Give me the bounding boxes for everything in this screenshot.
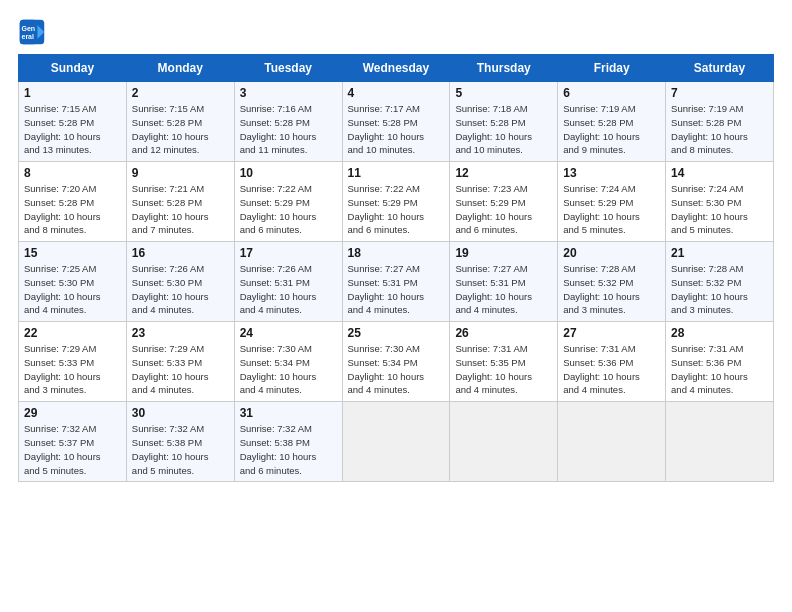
day-number: 16 (132, 246, 229, 260)
svg-text:Gen: Gen (22, 25, 36, 32)
calendar-cell: 29Sunrise: 7:32 AMSunset: 5:37 PMDayligh… (19, 402, 127, 482)
day-info: Sunrise: 7:15 AMSunset: 5:28 PMDaylight:… (132, 102, 229, 157)
day-number: 11 (348, 166, 445, 180)
calendar-cell: 21Sunrise: 7:28 AMSunset: 5:32 PMDayligh… (666, 242, 774, 322)
day-number: 1 (24, 86, 121, 100)
calendar-cell (450, 402, 558, 482)
day-info: Sunrise: 7:32 AMSunset: 5:38 PMDaylight:… (240, 422, 337, 477)
calendar-cell: 7Sunrise: 7:19 AMSunset: 5:28 PMDaylight… (666, 82, 774, 162)
day-info: Sunrise: 7:26 AMSunset: 5:31 PMDaylight:… (240, 262, 337, 317)
day-info: Sunrise: 7:32 AMSunset: 5:37 PMDaylight:… (24, 422, 121, 477)
day-number: 13 (563, 166, 660, 180)
svg-text:eral: eral (22, 33, 35, 40)
day-info: Sunrise: 7:24 AMSunset: 5:30 PMDaylight:… (671, 182, 768, 237)
day-number: 27 (563, 326, 660, 340)
day-info: Sunrise: 7:29 AMSunset: 5:33 PMDaylight:… (24, 342, 121, 397)
day-number: 12 (455, 166, 552, 180)
calendar-cell: 22Sunrise: 7:29 AMSunset: 5:33 PMDayligh… (19, 322, 127, 402)
day-info: Sunrise: 7:17 AMSunset: 5:28 PMDaylight:… (348, 102, 445, 157)
day-number: 29 (24, 406, 121, 420)
day-number: 8 (24, 166, 121, 180)
day-number: 5 (455, 86, 552, 100)
calendar-cell (342, 402, 450, 482)
logo-icon: Gen eral (18, 18, 46, 46)
calendar-cell: 1Sunrise: 7:15 AMSunset: 5:28 PMDaylight… (19, 82, 127, 162)
calendar-cell: 6Sunrise: 7:19 AMSunset: 5:28 PMDaylight… (558, 82, 666, 162)
calendar-cell: 23Sunrise: 7:29 AMSunset: 5:33 PMDayligh… (126, 322, 234, 402)
day-info: Sunrise: 7:28 AMSunset: 5:32 PMDaylight:… (671, 262, 768, 317)
day-info: Sunrise: 7:27 AMSunset: 5:31 PMDaylight:… (348, 262, 445, 317)
day-number: 26 (455, 326, 552, 340)
calendar-cell: 4Sunrise: 7:17 AMSunset: 5:28 PMDaylight… (342, 82, 450, 162)
day-number: 31 (240, 406, 337, 420)
day-number: 23 (132, 326, 229, 340)
day-info: Sunrise: 7:22 AMSunset: 5:29 PMDaylight:… (240, 182, 337, 237)
day-number: 20 (563, 246, 660, 260)
calendar-cell: 18Sunrise: 7:27 AMSunset: 5:31 PMDayligh… (342, 242, 450, 322)
day-info: Sunrise: 7:19 AMSunset: 5:28 PMDaylight:… (671, 102, 768, 157)
calendar-cell: 15Sunrise: 7:25 AMSunset: 5:30 PMDayligh… (19, 242, 127, 322)
day-number: 14 (671, 166, 768, 180)
day-info: Sunrise: 7:25 AMSunset: 5:30 PMDaylight:… (24, 262, 121, 317)
calendar-cell: 24Sunrise: 7:30 AMSunset: 5:34 PMDayligh… (234, 322, 342, 402)
calendar-cell: 17Sunrise: 7:26 AMSunset: 5:31 PMDayligh… (234, 242, 342, 322)
logo: Gen eral (18, 18, 50, 46)
calendar-cell: 9Sunrise: 7:21 AMSunset: 5:28 PMDaylight… (126, 162, 234, 242)
calendar-cell (558, 402, 666, 482)
day-number: 3 (240, 86, 337, 100)
day-info: Sunrise: 7:32 AMSunset: 5:38 PMDaylight:… (132, 422, 229, 477)
calendar-cell: 12Sunrise: 7:23 AMSunset: 5:29 PMDayligh… (450, 162, 558, 242)
calendar-cell: 25Sunrise: 7:30 AMSunset: 5:34 PMDayligh… (342, 322, 450, 402)
weekday-header: Sunday (19, 55, 127, 82)
day-info: Sunrise: 7:19 AMSunset: 5:28 PMDaylight:… (563, 102, 660, 157)
day-info: Sunrise: 7:21 AMSunset: 5:28 PMDaylight:… (132, 182, 229, 237)
day-number: 7 (671, 86, 768, 100)
calendar-cell: 10Sunrise: 7:22 AMSunset: 5:29 PMDayligh… (234, 162, 342, 242)
calendar-cell: 28Sunrise: 7:31 AMSunset: 5:36 PMDayligh… (666, 322, 774, 402)
day-info: Sunrise: 7:20 AMSunset: 5:28 PMDaylight:… (24, 182, 121, 237)
calendar: SundayMondayTuesdayWednesdayThursdayFrid… (18, 54, 774, 482)
day-info: Sunrise: 7:18 AMSunset: 5:28 PMDaylight:… (455, 102, 552, 157)
day-info: Sunrise: 7:27 AMSunset: 5:31 PMDaylight:… (455, 262, 552, 317)
weekday-header: Saturday (666, 55, 774, 82)
day-number: 10 (240, 166, 337, 180)
calendar-cell: 20Sunrise: 7:28 AMSunset: 5:32 PMDayligh… (558, 242, 666, 322)
calendar-cell: 3Sunrise: 7:16 AMSunset: 5:28 PMDaylight… (234, 82, 342, 162)
calendar-cell: 13Sunrise: 7:24 AMSunset: 5:29 PMDayligh… (558, 162, 666, 242)
calendar-cell: 30Sunrise: 7:32 AMSunset: 5:38 PMDayligh… (126, 402, 234, 482)
day-info: Sunrise: 7:30 AMSunset: 5:34 PMDaylight:… (348, 342, 445, 397)
day-number: 17 (240, 246, 337, 260)
day-info: Sunrise: 7:15 AMSunset: 5:28 PMDaylight:… (24, 102, 121, 157)
day-info: Sunrise: 7:16 AMSunset: 5:28 PMDaylight:… (240, 102, 337, 157)
day-info: Sunrise: 7:23 AMSunset: 5:29 PMDaylight:… (455, 182, 552, 237)
day-number: 28 (671, 326, 768, 340)
day-number: 6 (563, 86, 660, 100)
day-number: 24 (240, 326, 337, 340)
day-info: Sunrise: 7:31 AMSunset: 5:36 PMDaylight:… (563, 342, 660, 397)
day-number: 21 (671, 246, 768, 260)
day-number: 22 (24, 326, 121, 340)
day-number: 4 (348, 86, 445, 100)
day-info: Sunrise: 7:26 AMSunset: 5:30 PMDaylight:… (132, 262, 229, 317)
day-number: 2 (132, 86, 229, 100)
weekday-header: Wednesday (342, 55, 450, 82)
weekday-header: Monday (126, 55, 234, 82)
day-number: 19 (455, 246, 552, 260)
calendar-header: SundayMondayTuesdayWednesdayThursdayFrid… (19, 55, 774, 82)
calendar-cell: 2Sunrise: 7:15 AMSunset: 5:28 PMDaylight… (126, 82, 234, 162)
day-info: Sunrise: 7:22 AMSunset: 5:29 PMDaylight:… (348, 182, 445, 237)
calendar-cell: 14Sunrise: 7:24 AMSunset: 5:30 PMDayligh… (666, 162, 774, 242)
day-number: 15 (24, 246, 121, 260)
day-number: 30 (132, 406, 229, 420)
day-info: Sunrise: 7:28 AMSunset: 5:32 PMDaylight:… (563, 262, 660, 317)
calendar-cell: 31Sunrise: 7:32 AMSunset: 5:38 PMDayligh… (234, 402, 342, 482)
day-info: Sunrise: 7:24 AMSunset: 5:29 PMDaylight:… (563, 182, 660, 237)
day-number: 18 (348, 246, 445, 260)
calendar-cell: 27Sunrise: 7:31 AMSunset: 5:36 PMDayligh… (558, 322, 666, 402)
day-info: Sunrise: 7:31 AMSunset: 5:35 PMDaylight:… (455, 342, 552, 397)
weekday-header: Friday (558, 55, 666, 82)
calendar-cell: 26Sunrise: 7:31 AMSunset: 5:35 PMDayligh… (450, 322, 558, 402)
day-number: 25 (348, 326, 445, 340)
day-info: Sunrise: 7:30 AMSunset: 5:34 PMDaylight:… (240, 342, 337, 397)
calendar-cell: 8Sunrise: 7:20 AMSunset: 5:28 PMDaylight… (19, 162, 127, 242)
